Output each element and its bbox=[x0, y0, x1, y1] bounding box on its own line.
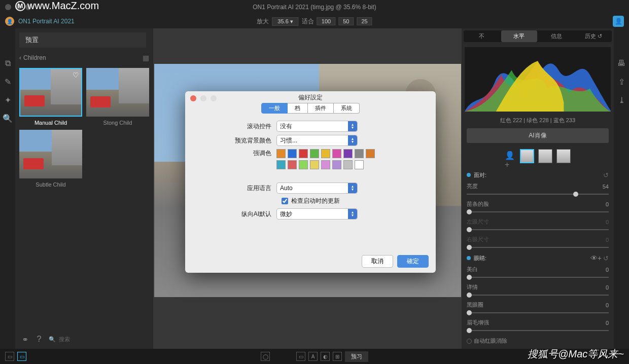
color-swatch[interactable] bbox=[343, 160, 353, 169]
dialog-close-icon[interactable] bbox=[190, 95, 196, 101]
bb-split-icon[interactable]: ◐ bbox=[321, 352, 330, 361]
preview-button[interactable]: 预习 bbox=[345, 351, 368, 362]
color-swatch[interactable] bbox=[276, 160, 286, 169]
color-swatch[interactable] bbox=[321, 149, 330, 158]
tab-level[interactable]: 水平 bbox=[501, 30, 538, 42]
people-icon[interactable]: ⚭ bbox=[20, 335, 29, 344]
zoom-25-button[interactable]: 25 bbox=[357, 17, 372, 25]
tab-plugins[interactable]: 插件 bbox=[308, 103, 334, 114]
preset-thumb-image: ♡ bbox=[19, 68, 82, 117]
left-toolbar: ⧉ ✎ ✦ 🔍 bbox=[0, 28, 15, 349]
bb-circle-icon[interactable]: ◯ bbox=[261, 352, 270, 361]
color-swatch[interactable] bbox=[310, 160, 319, 169]
preset-item-subtle[interactable]: Subtle Child bbox=[19, 130, 82, 188]
view-single-icon[interactable]: ▭ bbox=[5, 352, 14, 361]
dark-circle-slider[interactable] bbox=[467, 312, 609, 313]
detail-slider[interactable] bbox=[467, 295, 609, 296]
scroll-label: 滚动控件 bbox=[200, 122, 276, 131]
right-eye-slider[interactable] bbox=[467, 247, 609, 248]
left-eye-value: 0 bbox=[606, 219, 609, 225]
color-swatch[interactable] bbox=[310, 149, 319, 158]
tab-info[interactable]: 信息 bbox=[538, 30, 575, 42]
whiten-slider[interactable] bbox=[467, 277, 609, 278]
subheader: 👤 ON1 Portrait AI 2021 放大 35.6 ▾ 适合 100 … bbox=[0, 14, 629, 28]
zoom-label: 放大 bbox=[257, 17, 269, 26]
color-swatch[interactable] bbox=[299, 160, 308, 169]
account-icon[interactable]: 👤 bbox=[613, 16, 624, 27]
reset-icon[interactable]: ↺ bbox=[603, 254, 609, 262]
close-icon[interactable] bbox=[5, 4, 11, 10]
color-swatch[interactable] bbox=[332, 160, 341, 169]
preset-item-manual[interactable]: ♡ Manual Child bbox=[19, 68, 82, 126]
color-swatch[interactable] bbox=[355, 149, 364, 158]
color-swatch[interactable] bbox=[299, 149, 308, 158]
zoom-tool-icon[interactable]: 🔍 bbox=[3, 114, 12, 123]
search-placeholder: 搜索 bbox=[59, 336, 70, 343]
eye-plus-icon[interactable]: 👁+ bbox=[590, 254, 602, 262]
color-swatch[interactable] bbox=[321, 160, 330, 169]
share-icon[interactable]: ⇪ bbox=[617, 77, 626, 86]
view-compare-icon[interactable]: ▭ bbox=[17, 352, 26, 361]
left-eye-slider[interactable] bbox=[467, 229, 609, 230]
ok-button[interactable]: 確定 bbox=[397, 255, 429, 268]
slim-slider[interactable] bbox=[467, 211, 609, 212]
bg-select[interactable]: 习惯...▴▾ bbox=[276, 135, 358, 146]
brow-slider[interactable] bbox=[467, 330, 609, 331]
print-icon[interactable]: 🖶 bbox=[617, 59, 626, 68]
tab-history[interactable]: 历史 ↺ bbox=[576, 30, 612, 42]
help-icon[interactable]: ? bbox=[34, 335, 44, 344]
adjust-tool-icon[interactable]: ✎ bbox=[3, 77, 12, 86]
tab-none[interactable]: 不 bbox=[464, 30, 500, 42]
whiten-label: 美白 bbox=[467, 266, 478, 273]
crop-tool-icon[interactable]: ⧉ bbox=[3, 59, 12, 68]
color-swatch[interactable] bbox=[355, 160, 364, 169]
tab-system[interactable]: 系統 bbox=[334, 103, 360, 114]
preset-tab[interactable]: 预置 bbox=[19, 32, 146, 48]
bb-text-icon[interactable]: A bbox=[308, 352, 318, 361]
face-thumb-3[interactable] bbox=[556, 149, 571, 163]
scroll-select[interactable]: 没有▴▾ bbox=[276, 121, 358, 132]
tab-general[interactable]: 一般 bbox=[261, 103, 288, 114]
ai-default-label: 纵向AI默认 bbox=[200, 210, 276, 219]
cancel-button[interactable]: 取消 bbox=[362, 255, 393, 268]
color-swatch[interactable] bbox=[343, 149, 353, 158]
search-input[interactable]: 🔍 搜索 bbox=[49, 336, 148, 343]
slim-value: 0 bbox=[606, 201, 609, 207]
face-thumb-1[interactable] bbox=[520, 149, 534, 163]
breadcrumb-label: Children bbox=[23, 54, 46, 61]
color-swatch[interactable] bbox=[288, 149, 297, 158]
color-swatch[interactable] bbox=[288, 160, 297, 169]
zoom-100-button[interactable]: 100 bbox=[317, 17, 335, 25]
bb-grid-icon[interactable]: ⊞ bbox=[333, 352, 342, 361]
right-eye-label: 右眼尺寸 bbox=[467, 236, 489, 243]
export-icon[interactable]: ⤓ bbox=[617, 95, 626, 104]
face-thumb-2[interactable] bbox=[538, 149, 552, 163]
color-swatch[interactable] bbox=[332, 149, 341, 158]
zoom-50-button[interactable]: 50 bbox=[338, 17, 354, 25]
watermark-logo-icon: M bbox=[15, 1, 25, 11]
brightness-slider[interactable] bbox=[467, 194, 609, 195]
brightness-label: 亮度 bbox=[467, 183, 478, 190]
tab-files[interactable]: 档 bbox=[288, 103, 308, 114]
ai-default-select[interactable]: 微妙▴▾ bbox=[276, 208, 358, 220]
sohu-watermark: 搜狐号@Mac等风来~ bbox=[528, 347, 624, 361]
color-swatch[interactable] bbox=[276, 149, 286, 158]
reset-icon[interactable]: ↺ bbox=[603, 171, 609, 179]
add-face-icon[interactable]: 👤+ bbox=[505, 151, 516, 162]
zoom-value[interactable]: 35.6 ▾ bbox=[272, 17, 298, 26]
auto-redeye-checkbox[interactable]: 自动红眼消除 bbox=[467, 335, 609, 347]
effect-tool-icon[interactable]: ✦ bbox=[3, 95, 12, 104]
bb-mask-icon[interactable]: ▭ bbox=[296, 352, 305, 361]
ai-portrait-button[interactable]: AI肖像 bbox=[467, 128, 609, 143]
breadcrumb[interactable]: ‹ Children ▦ bbox=[15, 52, 153, 64]
grid-view-icon[interactable]: ▦ bbox=[143, 54, 149, 62]
left-eye-label: 左眼尺寸 bbox=[467, 218, 489, 226]
chevron-left-icon[interactable]: ‹ bbox=[19, 54, 21, 61]
color-swatch[interactable] bbox=[366, 149, 375, 158]
check-updates-checkbox[interactable]: 检查启动时的更新 bbox=[282, 197, 340, 205]
favorite-icon[interactable]: ♡ bbox=[73, 71, 79, 79]
preset-item-stong[interactable]: Stong Child bbox=[86, 68, 149, 126]
app-avatar-icon: 👤 bbox=[5, 17, 14, 26]
lang-select[interactable]: Auto▴▾ bbox=[276, 183, 358, 194]
chevron-updown-icon: ▴▾ bbox=[348, 135, 357, 145]
